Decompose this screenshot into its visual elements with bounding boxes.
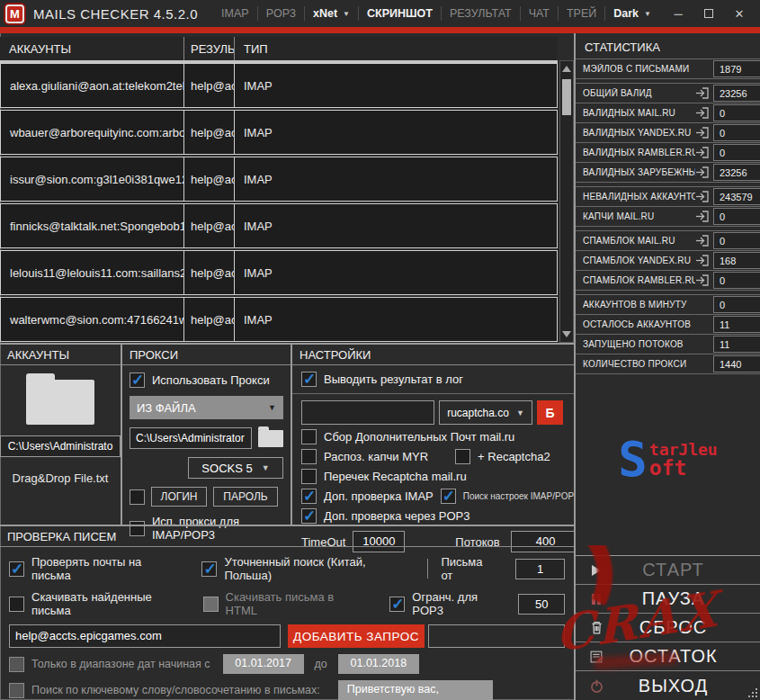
column-header-accounts[interactable]: АККАУНТЫ [0, 37, 184, 60]
accounts-panel: АККАУНТЫ C:\Users\Administrato Drag&Drop… [0, 345, 122, 525]
accounts-table: АККАУНТЫ РЕЗУЛЬ ТИП alexa.giuliani@aon.a… [0, 33, 574, 343]
chevron-down-icon: ▼ [262, 463, 270, 472]
proxy-folder-icon[interactable] [258, 430, 283, 447]
scrollbar-thumb[interactable] [562, 79, 571, 115]
exit-button[interactable]: ВЫХОД [576, 671, 760, 700]
save-edit-icon [576, 649, 617, 664]
check-mails-checkbox[interactable] [9, 561, 24, 577]
table-row[interactable]: alexa.giuliani@aon.at:telekom2telekomhel… [0, 63, 558, 108]
export-icon[interactable] [695, 191, 713, 202]
balance-button[interactable]: Б [537, 400, 563, 425]
cell-type: IMAP [235, 251, 557, 294]
play-icon [576, 563, 617, 578]
export-icon[interactable] [695, 147, 713, 158]
pop3-check-checkbox[interactable] [301, 508, 317, 524]
accounts-file-path[interactable]: C:\Users\Administrato [0, 435, 121, 457]
export-icon[interactable] [695, 166, 713, 178]
menu-item-результат[interactable]: РЕЗУЛЬТАТ [441, 6, 520, 21]
download-html-checkbox[interactable] [203, 597, 219, 612]
recaptcha2-checkbox[interactable] [455, 449, 470, 464]
letters-from-input[interactable]: 1 [515, 559, 565, 579]
menu-item-imap[interactable]: IMAP [213, 6, 257, 21]
scroll-up-icon[interactable] [562, 66, 571, 72]
check-letters-panel: ПРОВЕРКА ПИСЕМ Проверять почты на письма… [0, 525, 574, 700]
stat-value: 23256 [713, 164, 760, 181]
keyword-search-checkbox[interactable] [9, 683, 24, 698]
column-header-result[interactable]: РЕЗУЛЬ [184, 37, 235, 60]
maximize-icon[interactable] [695, 4, 722, 23]
remainder-button[interactable]: ОСТАТОК [576, 642, 760, 671]
table-row[interactable]: finnicks@talktalk.net:Spongebob123help@a… [0, 203, 558, 248]
export-icon[interactable] [695, 127, 713, 139]
export-icon[interactable] [695, 107, 713, 119]
menu-item-pop3[interactable]: POP3 [257, 6, 304, 21]
add-query-button[interactable]: ДОБАВИТЬ ЗАПРОС [288, 624, 425, 648]
pause-button[interactable]: ПАУЗА [576, 585, 760, 614]
reset-button[interactable]: СБРОС [576, 614, 760, 642]
export-icon[interactable] [695, 255, 713, 266]
refined-search-label: Уточненный поиск (Китай, Польша) [224, 555, 411, 582]
table-row[interactable]: walterwmc@sion.com:47166241w!17help@accI… [0, 297, 558, 342]
table-row[interactable]: issur@sion.com:g3l1e0i381qwe12321help@ac… [0, 157, 558, 202]
imap-settings-checkbox[interactable] [441, 489, 456, 504]
imap-check-checkbox[interactable] [301, 489, 317, 504]
stat-value: 11 [713, 336, 760, 353]
export-icon[interactable] [695, 274, 713, 286]
export-icon[interactable] [695, 211, 713, 222]
table-scrollbar[interactable] [559, 60, 574, 343]
stat-value: 243579 [713, 188, 760, 205]
myr-captcha-checkbox[interactable] [301, 449, 317, 464]
captcha-key-input[interactable] [301, 400, 434, 425]
collect-mailru-checkbox[interactable] [301, 429, 317, 444]
perechek-checkbox[interactable] [301, 469, 317, 484]
trash-icon [576, 620, 617, 635]
scroll-down-icon[interactable] [562, 331, 571, 337]
proxy-password-button[interactable]: ПАРОЛЬ [213, 487, 278, 507]
keyword-search-label: Поиск по ключевому слову/словосочетанию … [31, 684, 320, 696]
pop3-limit-checkbox[interactable] [389, 597, 405, 612]
menu-item-label: ТРЕЙ [567, 7, 596, 20]
menu-item-скриншот[interactable]: СКРИНШОТ [358, 6, 441, 21]
proxy-file-path[interactable]: C:\Users\Administrator [130, 427, 252, 449]
stat-value: 0 [713, 144, 760, 161]
date-to-input[interactable]: 01.01.2018 [338, 654, 419, 674]
proxy-source-value: ИЗ ФАЙЛА [137, 401, 196, 415]
proxy-login-button[interactable]: ЛОГИН [151, 487, 207, 507]
close-icon[interactable]: ✕ [726, 4, 753, 23]
menu-item-label: xNet [313, 7, 337, 20]
date-range-checkbox[interactable] [9, 657, 24, 672]
query-input[interactable]: help@accts.epicgames.com [9, 624, 281, 648]
query-extra-input[interactable] [428, 624, 565, 648]
pop3-limit-input[interactable]: 50 [518, 594, 565, 615]
proxy-type-select[interactable]: SOCKS 5 ▼ [188, 457, 283, 479]
date-from-input[interactable]: 01.01.2017 [223, 654, 304, 674]
resize-grip[interactable] [747, 687, 757, 697]
export-icon[interactable] [695, 235, 713, 247]
log-output-checkbox[interactable] [301, 372, 317, 387]
start-button[interactable]: СТАРТ [576, 556, 760, 585]
menu-item-трей[interactable]: ТРЕЙ [558, 6, 604, 21]
stat-label: ЗАПУЩЕНО ПОТОКОВ [583, 339, 695, 349]
table-row[interactable]: lelouis11@lelouis11.com:saillans261help@… [0, 250, 558, 295]
minimize-icon[interactable]: ─ [665, 4, 692, 23]
download-found-checkbox[interactable] [9, 597, 24, 612]
export-icon[interactable] [695, 87, 713, 99]
menu-item-xnet[interactable]: xNet▼ [304, 6, 358, 21]
use-proxy-checkbox[interactable] [130, 372, 145, 388]
stat-row: АККАУНТОВ В МИНУТУ0 [576, 294, 760, 315]
refined-search-checkbox[interactable] [201, 561, 217, 577]
menu-item-label: РЕЗУЛЬТАТ [450, 7, 512, 20]
folder-icon[interactable] [26, 380, 94, 425]
proxy-source-select[interactable]: ИЗ ФАЙЛА ▼ [130, 396, 283, 419]
captcha-service-select[interactable]: rucaptcha.co ▼ [439, 400, 532, 425]
menu-item-чат[interactable]: ЧАТ [520, 6, 558, 21]
column-header-type[interactable]: ТИП [235, 37, 558, 60]
proxy-auth-checkbox[interactable] [130, 489, 145, 505]
stat-row: МЭЙЛОВ С ПИСЬМАМИ1879 [576, 58, 760, 79]
menu-item-dark[interactable]: Dark▼ [604, 6, 659, 21]
table-row[interactable]: wbauer@arborequityinc.com:arborhelp@accI… [0, 110, 558, 155]
stat-value: 0 [713, 272, 760, 289]
cell-account: wbauer@arborequityinc.com:arbor [1, 111, 184, 154]
keyword-input[interactable]: Приветствую вас, [338, 680, 493, 700]
menu-item-label: POP3 [266, 7, 296, 20]
